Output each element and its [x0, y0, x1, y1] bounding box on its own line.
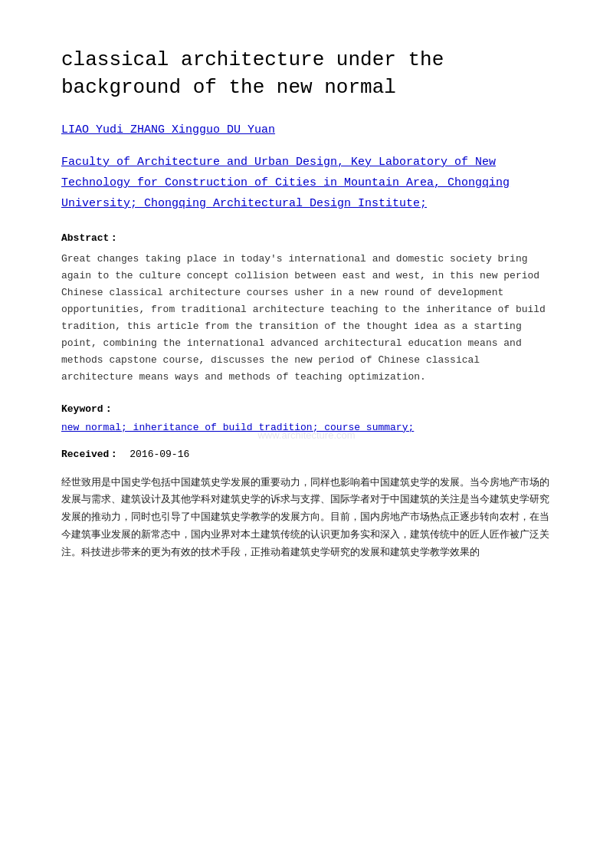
affiliation: Faculty of Architecture and Urban Design…	[61, 152, 552, 214]
authors: LIAO Yudi ZHANG Xingguo DU Yuan	[61, 123, 552, 136]
body-text: 经世致用是中国史学包括中国建筑史学发展的重要动力，同样也影响着中国建筑史学的发展…	[61, 475, 552, 562]
keyword-label: Keyword：	[61, 402, 552, 416]
received-label: Received：	[61, 449, 119, 460]
received-date: 2016-09-16	[129, 449, 189, 460]
abstract-text: Great changes taking place in today's in…	[61, 251, 552, 386]
abstract-label: Abstract：	[61, 231, 552, 245]
article-title: classical architecture under the backgro…	[61, 46, 552, 102]
keywords-link[interactable]: new normal; inheritance of build traditi…	[61, 422, 552, 433]
received-line: Received： 2016-09-16	[61, 447, 552, 461]
